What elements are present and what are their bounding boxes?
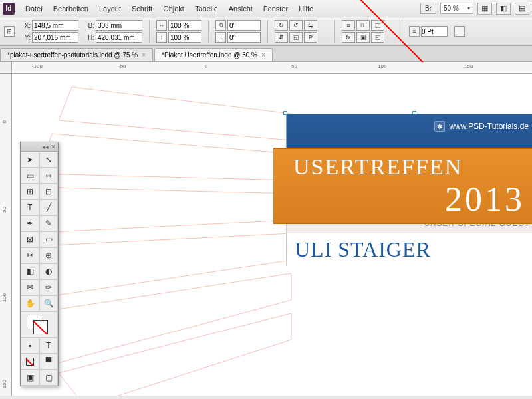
y-label: Y: [21,34,31,41]
menu-datei[interactable]: Datei [20,2,48,15]
gap-tool[interactable]: ⇿ [39,168,58,184]
y-input[interactable] [32,32,78,43]
apply-color-button[interactable]: ▪ [21,338,39,354]
x-input[interactable] [32,20,78,31]
free-transform-tool[interactable]: ⊕ [39,247,58,263]
horizontal-ruler[interactable]: -100 -50 0 50 100 150 [12,62,532,74]
w-label: B: [85,22,94,29]
fill-stroke-swatch[interactable] [21,311,58,338]
poster-guest-name: ULI STAIGER [286,233,532,266]
close-icon[interactable]: × [142,51,146,59]
ruler-tick: -100 [32,63,43,69]
control-bar: ⊞ X: Y: B: H: ↔ ↕ ⟲ ⧢ ↻ ↺ ⇋ ⇵ ◱ P ≡ ⊪ ◫ … [0,17,532,46]
rectangle-tool[interactable]: ▭ [39,231,58,247]
line-tool[interactable]: ╱ [39,200,58,215]
note-tool[interactable]: ✉ [21,279,39,295]
stroke-swatch[interactable] [33,320,48,334]
size-fields: B: H: [85,20,142,43]
page-tool[interactable]: ▭ [21,168,39,184]
ruler-tick: 150 [1,380,7,388]
poster-url-text: www.PSD-Tutorials.de [449,122,529,131]
butterfly-icon: ✽ [434,121,445,132]
gradient-feather-tool[interactable]: ◐ [39,263,58,279]
ruler-tick: -50 [118,63,126,69]
panel-header[interactable]: ◂◂ ✕ [21,142,58,152]
reference-point-icon[interactable]: ⊞ [4,26,15,37]
ruler-tick: 0 [1,120,7,123]
scissors-tool[interactable]: ✂ [21,247,39,263]
poster-title-line2: 2013 [293,180,532,219]
pencil-tool[interactable]: ✎ [39,215,58,231]
scale-y-icon: ↕ [156,32,167,43]
tab-label: *plakat-usertreffen-psdtutorials.indd @ … [7,51,138,59]
poster-title-line1: USERTREFFEN [293,154,532,180]
preview-mode[interactable]: ▢ [39,370,58,386]
poster-url: ✽ www.PSD-Tutorials.de [434,121,529,132]
workspace: -100 -50 0 50 100 150 0 50 100 150 [0,62,532,396]
ruler-tick: 0 [205,63,207,69]
w-input[interactable] [96,20,142,31]
normal-view-mode[interactable]: ▣ [21,370,39,386]
poster-frame[interactable]: ✽ www.PSD-Tutorials.de USERTREFFEN 2013 … [286,114,532,266]
selection-tool[interactable]: ➤ [21,152,39,168]
ruler-tick: 150 [464,63,473,69]
vertical-ruler[interactable]: 0 50 100 150 [0,74,12,396]
canvas[interactable]: ✽ www.PSD-Tutorials.de USERTREFFEN 2013 … [12,74,532,396]
formatting-text-button[interactable]: T [39,338,58,354]
menu-layout[interactable]: Layout [94,2,126,15]
ruler-tick: 50 [1,207,7,213]
rectangle-frame-tool[interactable]: ⊠ [21,231,39,247]
gradient-swatch-tool[interactable]: ◧ [21,263,39,279]
apply-gradient-button[interactable]: ▀ [39,354,58,370]
hand-tool[interactable]: ✋ [21,295,39,311]
direct-selection-tool[interactable]: ⤡ [39,152,58,168]
menu-schrift[interactable]: Schrift [126,2,158,15]
menu-objekt[interactable]: Objekt [158,2,190,15]
h-input[interactable] [96,32,142,43]
ruler-origin[interactable] [0,62,12,74]
document-tab-1[interactable]: *plakat-usertreffen-psdtutorials.indd @ … [0,48,153,61]
poster-header: ✽ www.PSD-Tutorials.de USERTREFFEN 2013 [286,114,532,213]
ruler-tick: 50 [291,63,297,69]
tools-panel[interactable]: ◂◂ ✕ ➤ ⤡ ▭ ⇿ ⊞ ⊟ T ╱ ✒ ✎ ⊠ ▭ ✂ ⊕ ◧ ◐ ✉ ✑… [20,142,59,386]
ruler-tick: 100 [378,63,386,69]
pen-tool[interactable]: ✒ [21,215,39,231]
no-fill-icon[interactable] [454,26,465,37]
poster-title-band: USERTREFFEN 2013 [273,148,532,224]
h-label: H: [85,34,94,41]
content-collector-tool[interactable]: ⊞ [21,184,39,200]
position-fields: X: Y: [21,20,78,43]
ruler-tick: 100 [1,293,7,302]
scale-x-icon: ↔ [156,20,167,31]
zoom-tool[interactable]: 🔍 [39,295,58,311]
type-tool[interactable]: T [21,200,39,215]
x-label: X: [21,22,31,29]
content-placer-tool[interactable]: ⊟ [39,184,58,200]
eyedropper-tool[interactable]: ✑ [39,279,58,295]
separator [149,20,150,43]
app-icon: Id [3,3,15,15]
menu-bearbeiten[interactable]: Bearbeiten [48,2,94,15]
apply-none-button[interactable] [21,354,39,370]
